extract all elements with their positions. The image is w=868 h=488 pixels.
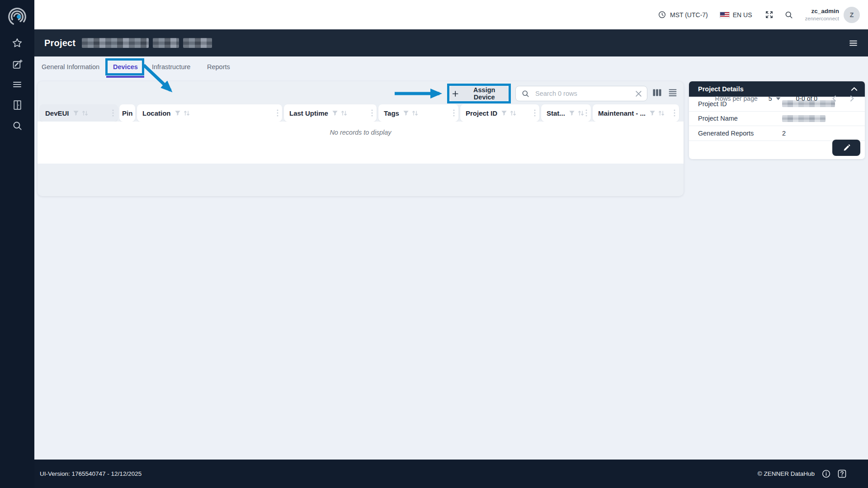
sort-icon[interactable] bbox=[411, 110, 419, 117]
column-menu-icon[interactable] bbox=[453, 109, 455, 117]
search-icon bbox=[521, 89, 530, 98]
row-lines-icon bbox=[668, 88, 677, 97]
header-search-button[interactable] bbox=[784, 10, 793, 19]
rows-per-page-value: 5 bbox=[769, 95, 772, 102]
menu-icon[interactable] bbox=[11, 78, 24, 91]
fullscreen-icon bbox=[765, 10, 774, 19]
column-header-maintenant[interactable]: Maintenant - ... bbox=[593, 104, 679, 122]
sort-icon[interactable] bbox=[183, 110, 190, 117]
tab-devices[interactable]: Devices bbox=[113, 63, 138, 70]
favorites-star-icon[interactable] bbox=[11, 37, 24, 49]
edit-project-button[interactable] bbox=[832, 140, 860, 156]
column-menu-icon[interactable] bbox=[112, 109, 114, 117]
sort-icon[interactable] bbox=[509, 110, 517, 117]
column-chooser-button[interactable] bbox=[653, 89, 661, 97]
note-add-icon[interactable] bbox=[11, 58, 24, 70]
door-exit-icon[interactable] bbox=[11, 99, 24, 111]
detail-label: Project Name bbox=[689, 115, 782, 122]
filter-icon[interactable] bbox=[649, 110, 656, 116]
filter-icon[interactable] bbox=[501, 110, 507, 116]
column-label: Maintenant - ... bbox=[598, 109, 646, 117]
empty-table-message: No records to display bbox=[38, 129, 684, 136]
column-header-stat[interactable]: Stat... bbox=[541, 104, 591, 122]
column-label: Location bbox=[142, 109, 171, 117]
detail-label: Generated Reports bbox=[689, 130, 782, 137]
us-flag-icon bbox=[720, 12, 730, 18]
redacted-project-name bbox=[153, 38, 179, 48]
rows-per-page-label: Rows per page bbox=[715, 95, 758, 102]
tab-general-information[interactable]: General Information bbox=[42, 63, 99, 70]
avatar-initial: Z bbox=[850, 11, 854, 19]
project-menu-button[interactable] bbox=[849, 38, 858, 48]
column-menu-icon[interactable] bbox=[277, 109, 278, 117]
column-label: DevEUI bbox=[45, 109, 69, 117]
filter-icon[interactable] bbox=[403, 110, 409, 116]
table-search bbox=[515, 86, 647, 101]
timezone-label: MST (UTC-7) bbox=[670, 11, 708, 19]
help-square-icon bbox=[838, 469, 846, 478]
timezone-selector[interactable]: MST (UTC-7) bbox=[658, 10, 708, 19]
active-tab-indicator bbox=[106, 76, 144, 78]
language-selector[interactable]: EN US bbox=[708, 11, 752, 19]
sort-icon[interactable] bbox=[81, 110, 89, 117]
column-header-deveui[interactable]: DevEUI bbox=[40, 104, 118, 122]
filter-icon[interactable] bbox=[73, 110, 79, 116]
rows-per-page-select[interactable]: 5 bbox=[769, 95, 781, 102]
column-label: Last Uptime bbox=[289, 109, 328, 117]
fullscreen-button[interactable] bbox=[765, 10, 774, 19]
footer: UI-Version: 1765540747 - 12/12/2025 © ZE… bbox=[34, 460, 868, 488]
info-circle-icon bbox=[822, 469, 830, 478]
devices-table-card: Assign Device bbox=[38, 81, 684, 196]
next-page-button[interactable] bbox=[848, 95, 855, 102]
caret-down-icon bbox=[776, 97, 781, 100]
sort-icon[interactable] bbox=[577, 110, 585, 117]
row-density-button[interactable] bbox=[668, 88, 677, 97]
column-header-location[interactable]: Location bbox=[137, 104, 282, 122]
user-org: zennerconnect bbox=[805, 15, 839, 22]
tab-reports[interactable]: Reports bbox=[207, 63, 230, 70]
column-menu-icon[interactable] bbox=[585, 109, 587, 117]
table-search-input[interactable] bbox=[534, 89, 635, 98]
pagination: Rows per page 5 0-0 of 0 bbox=[715, 82, 855, 115]
sort-icon[interactable] bbox=[340, 110, 348, 117]
column-label: Pin bbox=[122, 109, 132, 117]
assign-device-label: Assign Device bbox=[462, 86, 506, 101]
redacted-project-name bbox=[183, 38, 212, 48]
assign-device-button[interactable]: Assign Device bbox=[449, 86, 509, 101]
project-title-bar: Project bbox=[34, 29, 868, 56]
column-menu-icon[interactable] bbox=[674, 109, 675, 117]
header-search-icon bbox=[784, 10, 793, 19]
column-header-project-id[interactable]: Project ID bbox=[460, 104, 539, 122]
clear-search-icon[interactable] bbox=[635, 90, 642, 98]
column-header-tags[interactable]: Tags bbox=[378, 104, 458, 122]
avatar[interactable]: Z bbox=[844, 7, 860, 23]
column-menu-icon[interactable] bbox=[371, 109, 373, 117]
chevron-right-icon bbox=[848, 95, 855, 102]
column-menu-icon[interactable] bbox=[534, 109, 536, 117]
ui-version-text: UI-Version: 1765540747 - 12/12/2025 bbox=[40, 470, 142, 477]
filter-icon[interactable] bbox=[332, 110, 338, 116]
info-button[interactable] bbox=[822, 469, 830, 478]
zenner-logo-icon[interactable] bbox=[7, 6, 28, 27]
sidebar-search-icon[interactable] bbox=[11, 119, 24, 132]
pencil-icon bbox=[843, 144, 850, 152]
chevron-left-icon bbox=[831, 95, 838, 102]
app-root: MST (UTC-7) EN US zc_admin zennerconnect bbox=[0, 0, 868, 488]
tab-infrastructure[interactable]: Infrastructure bbox=[152, 63, 190, 70]
user-name: zc_admin bbox=[805, 8, 839, 15]
filter-icon[interactable] bbox=[175, 110, 181, 116]
filter-icon[interactable] bbox=[569, 110, 575, 116]
column-header-pin[interactable]: Pin bbox=[119, 104, 135, 122]
help-button[interactable] bbox=[838, 469, 846, 478]
copyright-text: © ZENNER DataHub bbox=[758, 470, 815, 477]
annotation-arrows bbox=[0, 0, 868, 488]
sort-icon[interactable] bbox=[658, 110, 665, 117]
sidebar bbox=[0, 0, 34, 488]
user-info[interactable]: zc_admin zennerconnect bbox=[805, 8, 839, 22]
table-body bbox=[38, 122, 684, 164]
columns-icon bbox=[653, 89, 661, 97]
column-label: Tags bbox=[384, 109, 399, 117]
column-header-last-uptime[interactable]: Last Uptime bbox=[284, 104, 377, 122]
hamburger-icon bbox=[849, 38, 858, 48]
previous-page-button[interactable] bbox=[831, 95, 838, 102]
